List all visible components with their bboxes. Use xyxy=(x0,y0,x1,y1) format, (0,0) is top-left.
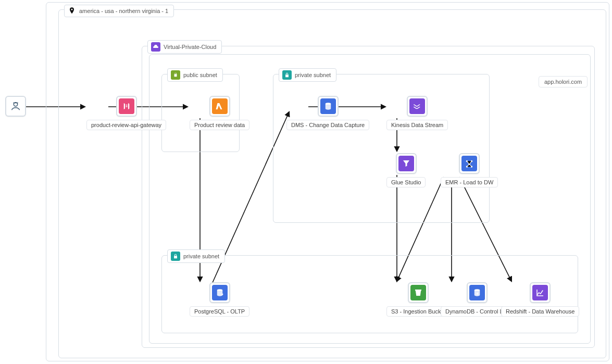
svg-point-10 xyxy=(325,103,331,105)
public-subnet-header: public subnet xyxy=(167,68,223,82)
database-icon xyxy=(469,285,485,300)
vpc-header: Virtual-Private-Cloud xyxy=(147,40,222,54)
region-header: america - usa - northern virginia - 1 xyxy=(64,5,174,17)
node-kinesis[interactable]: Kinesis Data Stream xyxy=(386,96,448,130)
funnel-icon xyxy=(398,156,414,171)
svg-point-16 xyxy=(217,289,222,292)
database-icon xyxy=(212,285,228,300)
lambda-icon xyxy=(212,98,228,114)
private-subnet-bottom-header: private subnet xyxy=(167,249,225,263)
diagram-canvas[interactable]: america - usa - northern virginia - 1 Vi… xyxy=(0,0,612,364)
lock-open-icon xyxy=(171,70,180,80)
graph-icon xyxy=(461,156,477,171)
node-emr[interactable]: EMR - Load to DW xyxy=(441,153,498,187)
node-user[interactable] xyxy=(5,96,26,117)
svg-point-17 xyxy=(474,289,480,292)
watermark: app.holori.com xyxy=(539,76,588,87)
public-subnet-label: public subnet xyxy=(183,72,217,78)
private-subnet-bottom-label: private subnet xyxy=(183,253,219,259)
node-postgres[interactable]: PostgreSQL - OLTP xyxy=(190,282,249,317)
node-label: product-review-api-gateway xyxy=(86,120,166,130)
vpc-label: Virtual-Private-Cloud xyxy=(164,44,216,50)
lock-icon xyxy=(171,252,180,261)
stream-icon xyxy=(409,98,425,114)
private-subnet-top-header: private subnet xyxy=(279,68,336,82)
api-gateway-icon xyxy=(119,98,134,114)
node-label: Kinesis Data Stream xyxy=(386,120,448,130)
node-api-gateway[interactable]: product-review-api-gateway xyxy=(86,96,166,130)
node-label: Redshift - Data Warehouse xyxy=(501,306,579,317)
node-lambda[interactable]: Product review data xyxy=(190,96,249,130)
private-subnet-top-label: private subnet xyxy=(295,72,331,78)
node-label: DMS - Change Data Capture xyxy=(286,120,369,130)
map-pin-icon xyxy=(68,7,76,15)
node-label: Glue Studio xyxy=(386,177,426,187)
node-dms[interactable]: DMS - Change Data Capture xyxy=(286,96,369,130)
database-icon xyxy=(320,98,336,114)
region-label: america - usa - northern virginia - 1 xyxy=(79,8,168,14)
lock-icon xyxy=(282,70,292,80)
node-redshift[interactable]: Redshift - Data Warehouse xyxy=(501,282,579,317)
node-glue[interactable]: Glue Studio xyxy=(386,153,426,187)
node-label: PostgreSQL - OLTP xyxy=(190,306,249,317)
bucket-icon xyxy=(410,285,426,300)
node-label: Product review data xyxy=(190,120,249,130)
chart-icon xyxy=(532,285,548,300)
user-icon xyxy=(8,98,23,114)
vpc-icon xyxy=(151,42,160,52)
node-label: EMR - Load to DW xyxy=(441,177,498,187)
